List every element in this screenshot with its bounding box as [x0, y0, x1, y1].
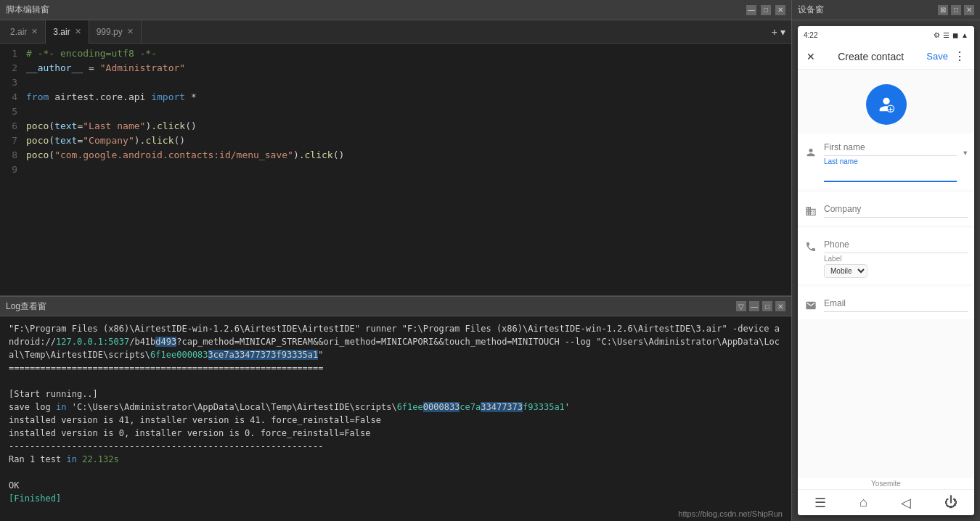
email-input[interactable] — [824, 292, 968, 312]
email-fields — [824, 292, 968, 313]
phone-field — [824, 234, 968, 253]
tab-actions: + ▾ — [772, 26, 791, 38]
nav-power-btn[interactable]: ⏻ — [944, 495, 957, 510]
log-content[interactable]: "F:\Program Files (x86)\AirtestIDE-win-1… — [0, 316, 791, 506]
line-num-7: 7 — [0, 134, 26, 148]
phone-label-select[interactable]: Mobile Home Work — [824, 264, 867, 278]
tab-2air-close[interactable]: ✕ — [31, 27, 38, 36]
phone-status-icons: ⚙ ☰ ◼ ▲ — [934, 31, 968, 39]
avatar-section: + — [798, 75, 974, 131]
more-options-icon[interactable]: ⋮ — [954, 49, 965, 63]
last-name-label: Last name — [824, 157, 858, 165]
code-line-2: 2 __author__ = "Administrator" — [0, 61, 791, 75]
line-num-5: 5 — [0, 104, 26, 119]
log-line-blank2 — [9, 466, 783, 479]
log-titlebar: Log查看窗 ▽ — □ ✕ — [0, 296, 791, 316]
last-name-field: Last name — [824, 157, 957, 182]
phone-status-bar: 4:22 ⚙ ☰ ◼ ▲ — [798, 26, 974, 44]
nav-back-btn[interactable]: ◁ — [901, 495, 911, 511]
company-input[interactable] — [824, 198, 968, 218]
log-maximize-btn[interactable]: □ — [762, 301, 772, 311]
device-controls: ⊠ □ ✕ — [938, 5, 974, 15]
tab-3air-close[interactable]: ✕ — [75, 27, 81, 36]
tab-dropdown-btn[interactable]: ▾ — [780, 26, 785, 38]
nav-home-btn[interactable]: ⌂ — [859, 495, 867, 510]
label-text: Label — [824, 255, 841, 263]
email-icon — [804, 300, 818, 313]
code-line-8: 8 poco("com.google.android.contacts:id/m… — [0, 148, 791, 163]
phone-input[interactable] — [824, 234, 968, 253]
log-line-ok: OK — [9, 479, 783, 492]
nav-menu-btn[interactable]: ☰ — [814, 495, 826, 511]
person-icon — [804, 147, 818, 160]
watermark: https://blog.csdn.net/ShipRun — [0, 506, 791, 521]
log-line-installed2: installed version is 0, installer versio… — [9, 427, 783, 440]
log-filter-btn[interactable]: ▽ — [736, 301, 746, 311]
line-content-1: # -*- encoding=utf8 -*- — [26, 46, 791, 61]
line-content-6: poco(text="Last name").click() — [26, 119, 791, 134]
add-tab-btn[interactable]: + — [772, 26, 777, 38]
tab-999py[interactable]: 999.py ✕ — [89, 20, 142, 44]
log-minimize-btn[interactable]: — — [749, 301, 759, 311]
editor-maximize-btn[interactable]: □ — [761, 5, 771, 15]
editor-close-btn[interactable]: ✕ — [775, 5, 785, 15]
yosemite-label: Yosemite — [798, 478, 974, 489]
log-line-1: "F:\Program Files (x86)\AirtestIDE-win-1… — [9, 322, 783, 361]
line-content-9 — [26, 163, 791, 177]
code-line-9: 9 — [0, 163, 791, 177]
create-contact-title: Create contact — [838, 51, 904, 62]
first-name-input[interactable] — [824, 139, 957, 156]
log-line-sep1: ========================================… — [9, 361, 783, 374]
code-line-4: 4 from airtest.core.api import * — [0, 90, 791, 104]
device-titlebar: 设备窗 ⊠ □ ✕ — [792, 0, 980, 20]
close-contact-btn[interactable]: ✕ — [807, 51, 815, 62]
log-close-btn[interactable]: ✕ — [775, 301, 785, 311]
avatar-circle[interactable]: + — [866, 84, 907, 125]
first-name-field — [824, 139, 957, 156]
editor-minimize-btn[interactable]: — — [746, 5, 756, 15]
editor-titlebar: 脚本编辑窗 — □ ✕ — [0, 0, 791, 20]
company-field — [824, 198, 968, 218]
line-num-3: 3 — [0, 75, 26, 90]
email-field — [824, 292, 968, 312]
device-maximize-btn[interactable]: □ — [951, 5, 961, 15]
log-controls: ▽ — □ ✕ — [736, 301, 785, 311]
code-line-3: 3 — [0, 75, 791, 90]
company-form-row — [798, 195, 974, 222]
log-window: Log查看窗 ▽ — □ ✕ "F:\Program Files (x86)\A… — [0, 296, 791, 521]
name-form-section: Last name ▾ — [798, 134, 974, 189]
line-num-2: 2 — [0, 61, 26, 75]
line-num-4: 4 — [0, 90, 26, 104]
log-title: Log查看窗 — [6, 300, 46, 313]
log-line-sep2: ----------------------------------------… — [9, 440, 783, 453]
save-contact-btn[interactable]: Save — [926, 51, 948, 62]
phone-app-bar: ✕ Create contact Save ⋮ — [798, 44, 974, 70]
line-content-5 — [26, 104, 791, 119]
phone-mockup: 4:22 ⚙ ☰ ◼ ▲ ✕ Create contact Save ⋮ — [798, 26, 974, 515]
tab-3air[interactable]: 3.air ✕ — [46, 20, 89, 44]
editor-window-controls: — □ ✕ — [746, 5, 785, 15]
name-form-row: Last name ▾ — [798, 136, 974, 186]
tab-999py-close[interactable]: ✕ — [127, 27, 134, 36]
line-content-3 — [26, 75, 791, 90]
expand-name-icon[interactable]: ▾ — [963, 147, 968, 158]
app-bar-actions: Save ⋮ — [926, 49, 965, 63]
code-line-1: 1 # -*- encoding=utf8 -*- — [0, 46, 791, 61]
left-panel: 脚本编辑窗 — □ ✕ 2.air ✕ 3.air ✕ 999.py ✕ + — [0, 0, 791, 521]
line-num-9: 9 — [0, 163, 26, 177]
phone-time: 4:22 — [804, 31, 817, 39]
tab-bar: 2.air ✕ 3.air ✕ 999.py ✕ + ▾ — [0, 20, 791, 44]
code-line-7: 7 poco(text="Company").click() — [0, 134, 791, 148]
line-content-7: poco(text="Company").click() — [26, 134, 791, 148]
company-icon — [804, 205, 818, 219]
tab-2air[interactable]: 2.air ✕ — [3, 20, 46, 44]
line-content-8: poco("com.google.android.contacts:id/men… — [26, 148, 791, 163]
phone-content: + Last name — [798, 70, 974, 478]
device-title: 设备窗 — [798, 4, 824, 16]
device-special-btn[interactable]: ⊠ — [938, 5, 948, 15]
code-lines: 1 # -*- encoding=utf8 -*- 2 __author__ =… — [0, 44, 791, 180]
line-content-4: from airtest.core.api import * — [26, 90, 791, 104]
code-area[interactable]: 1 # -*- encoding=utf8 -*- 2 __author__ =… — [0, 44, 791, 295]
line-num-6: 6 — [0, 119, 26, 134]
device-close-btn[interactable]: ✕ — [964, 5, 974, 15]
